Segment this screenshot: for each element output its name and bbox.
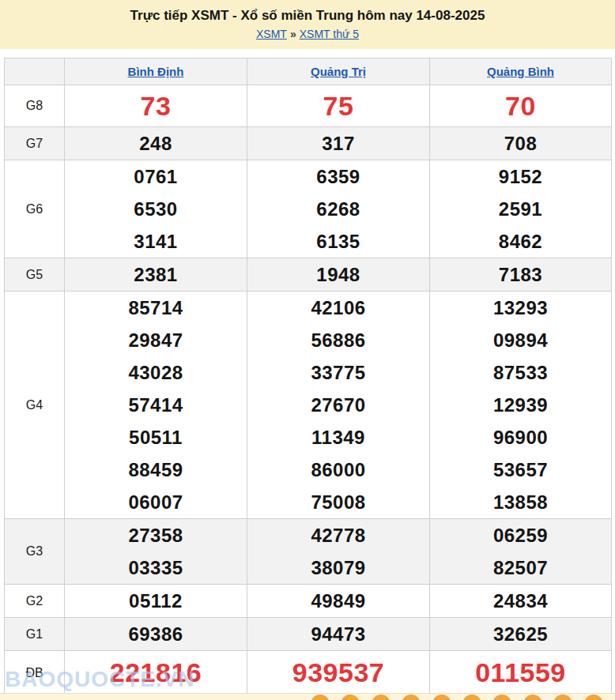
result-number: 6268 [247, 193, 429, 225]
result-number: 38079 [247, 551, 429, 584]
result-number: 33775 [247, 356, 429, 389]
result-cell: 85714298474302857414505118845906007 [65, 292, 247, 519]
result-number: 75008 [247, 486, 429, 518]
result-number: 96900 [430, 421, 611, 453]
result-number: 8462 [430, 225, 611, 258]
province-link-binh-dinh[interactable]: Bình Định [128, 65, 184, 78]
table-header-row: Bình Định Quảng Trị Quảng Bình [5, 58, 612, 85]
result-number: 56886 [247, 324, 429, 356]
prize-row-g4: G4 85714298474302857414505118845906007 4… [5, 292, 612, 519]
result-number: 0761 [65, 160, 247, 193]
result-number: 06007 [65, 486, 247, 518]
result-number: 86000 [247, 453, 429, 486]
result-cell: 75 [247, 85, 430, 127]
result-number: 82507 [430, 551, 611, 584]
result-number: 7183 [430, 258, 611, 291]
result-number: 12939 [430, 389, 611, 421]
result-cell: 915225918462 [430, 160, 612, 258]
result-cell: 076165303141 [65, 160, 247, 258]
prize-row-g1: G1 69386 94473 32625 [5, 618, 612, 651]
result-number: 73 [65, 85, 247, 126]
breadcrumb-link-xsmt[interactable]: XSMT [256, 28, 287, 40]
breadcrumb-link-xsmt-thu-5[interactable]: XSMT thứ 5 [300, 28, 359, 40]
result-number: 05112 [65, 585, 247, 617]
prize-label: G4 [5, 292, 65, 519]
prize-label: G1 [5, 618, 65, 651]
column-header-binh-dinh: Bình Định [65, 58, 247, 85]
result-cell: 2735803335 [65, 519, 247, 585]
prize-label: ĐB [5, 651, 65, 695]
result-number: 87533 [430, 356, 611, 389]
results-table: Bình Định Quảng Trị Quảng Bình G8 73 75 … [4, 58, 612, 695]
result-number: 32625 [430, 618, 611, 650]
result-number: 03335 [65, 551, 247, 584]
prize-label: G8 [5, 85, 65, 127]
result-cell: 13293098948753312939969005365713858 [430, 292, 612, 519]
result-cell: 1948 [247, 258, 430, 292]
prize-row-g2: G2 05112 49849 24834 [5, 585, 612, 618]
result-number: 939537 [247, 651, 429, 694]
result-number: 53657 [430, 453, 611, 486]
result-number: 42106 [247, 292, 429, 324]
result-cell: 94473 [247, 618, 430, 651]
breadcrumb-separator: » [290, 28, 296, 40]
result-number: 85714 [65, 292, 247, 324]
prize-row-g5: G5 2381 1948 7183 [5, 258, 612, 292]
result-number: 6530 [65, 193, 247, 225]
result-number: 011559 [430, 651, 611, 694]
result-number: 70 [430, 85, 611, 126]
column-header-quang-tri: Quảng Trị [247, 58, 430, 85]
result-cell: 635962686135 [247, 160, 430, 258]
result-number: 42778 [247, 519, 429, 551]
result-number: 27670 [247, 389, 429, 421]
prize-row-g6: G6 076165303141 635962686135 91522591846… [5, 160, 612, 258]
result-number: 94473 [247, 618, 429, 650]
prize-row-db: ĐB 221816 939537 011559 [5, 651, 612, 695]
result-cell: 2381 [65, 258, 247, 292]
result-number: 69386 [65, 618, 247, 650]
result-cell: 317 [247, 127, 430, 160]
prize-row-g8: G8 73 75 70 [5, 85, 612, 127]
loto-strip [0, 693, 615, 700]
result-cell: 0625982507 [430, 519, 612, 585]
result-number: 49849 [247, 585, 429, 617]
result-number: 6135 [247, 225, 429, 258]
result-number: 9152 [430, 160, 611, 193]
result-number: 6359 [247, 160, 429, 193]
prize-label: G5 [5, 258, 65, 292]
prize-label: G3 [5, 519, 65, 585]
prize-row-g3: G3 2735803335 4277838079 0625982507 [5, 519, 612, 585]
result-number: 29847 [65, 324, 247, 356]
result-number: 75 [247, 85, 429, 126]
result-number: 221816 [65, 651, 247, 694]
lottery-results-page: Trực tiếp XSMT - Xổ số miền Trung hôm na… [0, 0, 615, 700]
result-number: 09894 [430, 324, 611, 356]
result-number: 27358 [65, 519, 247, 551]
result-cell: 42106568863377527670113498600075008 [247, 292, 430, 519]
result-number: 708 [430, 127, 611, 160]
province-link-quang-binh[interactable]: Quảng Bình [487, 65, 554, 78]
result-cell: 7183 [430, 258, 612, 292]
result-number: 2381 [65, 258, 247, 291]
result-number: 2591 [430, 193, 611, 225]
prize-label: G2 [5, 585, 65, 618]
breadcrumb: XSMT»XSMT thứ 5 [0, 27, 615, 41]
result-cell: 24834 [430, 585, 612, 618]
result-number: 1948 [247, 258, 429, 291]
column-header-quang-binh: Quảng Bình [430, 58, 612, 85]
result-number: 11349 [247, 421, 429, 453]
result-cell: 221816 [65, 651, 247, 695]
result-number: 317 [247, 127, 429, 160]
result-cell: 69386 [65, 618, 247, 651]
result-number: 06259 [430, 519, 611, 551]
result-number: 88459 [65, 453, 247, 486]
prize-row-g7: G7 248 317 708 [5, 127, 612, 160]
province-link-quang-tri[interactable]: Quảng Trị [311, 65, 366, 78]
result-cell: 49849 [247, 585, 430, 618]
result-cell: 708 [430, 127, 612, 160]
result-cell: 248 [65, 127, 247, 160]
prize-label: G7 [5, 127, 65, 160]
prize-label: G6 [5, 160, 65, 258]
result-cell: 05112 [65, 585, 247, 618]
result-cell: 32625 [430, 618, 612, 651]
